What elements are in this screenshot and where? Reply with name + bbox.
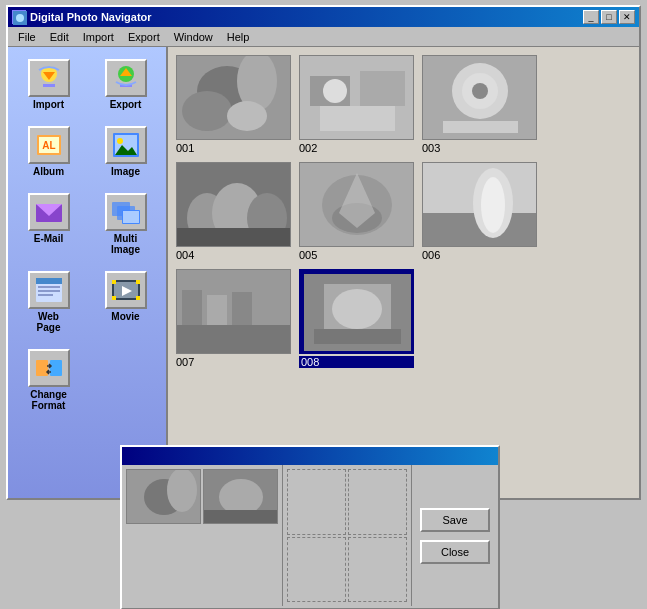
svg-text:AL: AL (42, 140, 55, 151)
svg-rect-68 (207, 295, 227, 325)
dialog-window: Save Close (120, 445, 500, 609)
photo-item-002[interactable]: 002 (299, 55, 414, 154)
title-buttons: _ □ ✕ (583, 10, 635, 24)
photo-label-005: 005 (299, 249, 414, 261)
photo-007-image (177, 270, 291, 354)
email-label: E-Mail (34, 233, 63, 244)
dialog-thumb-2-image (204, 470, 278, 524)
svg-point-50 (472, 83, 488, 99)
sidebar-album-button[interactable]: AL Album (12, 120, 85, 183)
menu-item-file[interactable]: File (12, 30, 42, 44)
sidebar-changeformat-button[interactable]: Change Format (12, 343, 85, 417)
changeformat-icon-box (28, 349, 70, 387)
svg-rect-25 (38, 286, 60, 288)
dialog-grid (283, 465, 412, 606)
photo-item-003[interactable]: 003 (422, 55, 537, 154)
main-area: Import Export (8, 47, 639, 498)
svg-rect-56 (177, 228, 291, 247)
sidebar-multiimage-button[interactable]: Multi Image (89, 187, 162, 261)
sidebar-export-button[interactable]: Export (89, 53, 162, 116)
sidebar-webpage-button[interactable]: Web Page (12, 265, 85, 339)
svg-point-46 (323, 79, 347, 103)
maximize-button[interactable]: □ (601, 10, 617, 24)
title-bar-left: Digital Photo Navigator (12, 10, 152, 24)
webpage-icon (33, 274, 65, 306)
dialog-thumbnails (122, 465, 283, 606)
menu-item-export[interactable]: Export (122, 30, 166, 44)
album-icon-box: AL (28, 126, 70, 164)
photo-label-008: 008 (299, 356, 414, 368)
menu-item-help[interactable]: Help (221, 30, 256, 44)
album-label: Album (33, 166, 64, 177)
menu-item-import[interactable]: Import (77, 30, 120, 44)
svg-rect-33 (136, 296, 140, 300)
svg-rect-27 (38, 294, 53, 296)
image-label: Image (111, 166, 140, 177)
dialog-thumb-2 (203, 469, 278, 524)
sidebar: Import Export (8, 47, 168, 498)
webpage-label: Web Page (37, 311, 61, 333)
menu-item-window[interactable]: Window (168, 30, 219, 44)
import-icon-box (28, 59, 70, 97)
dialog-content: Save Close (122, 465, 498, 606)
svg-rect-66 (177, 325, 291, 354)
photo-frame-003 (422, 55, 537, 140)
save-button[interactable]: Save (420, 508, 490, 532)
svg-rect-32 (112, 296, 116, 300)
dialog-thumb-1-image (127, 470, 201, 524)
sidebar-email-button[interactable]: E-Mail (12, 187, 85, 261)
multiimage-label: Multi Image (111, 233, 140, 255)
photo-item-008[interactable]: 008 (299, 269, 414, 368)
photo-label-007: 007 (176, 356, 291, 368)
svg-rect-26 (38, 290, 60, 292)
image-icon-box (105, 126, 147, 164)
app-icon (12, 10, 26, 24)
close-button[interactable]: Close (420, 540, 490, 564)
svg-point-79 (219, 479, 263, 515)
sidebar-movie-button[interactable]: Movie (89, 265, 162, 339)
photo-004-image (177, 163, 291, 247)
photo-frame-006 (422, 162, 537, 247)
menu-item-edit[interactable]: Edit (44, 30, 75, 44)
movie-icon-box (105, 271, 147, 309)
menu-bar: FileEditImportExportWindowHelp (8, 27, 639, 47)
changeformat-icon (33, 352, 65, 384)
photo-label-006: 006 (422, 249, 537, 261)
dialog-grid-cell-1 (287, 469, 346, 535)
photo-frame-004 (176, 162, 291, 247)
photo-item-004[interactable]: 004 (176, 162, 291, 261)
window-title: Digital Photo Navigator (30, 11, 152, 23)
svg-rect-22 (123, 211, 139, 223)
close-button[interactable]: ✕ (619, 10, 635, 24)
svg-point-14 (117, 138, 123, 144)
photo-frame-007 (176, 269, 291, 354)
svg-point-73 (332, 289, 382, 329)
photo-label-004: 004 (176, 249, 291, 261)
photo-item-006[interactable]: 006 (422, 162, 537, 261)
photo-frame-001 (176, 55, 291, 140)
svg-point-77 (167, 470, 197, 512)
svg-rect-35 (36, 360, 48, 376)
photo-item-005[interactable]: 005 (299, 162, 414, 261)
svg-point-1 (16, 14, 24, 22)
minimize-button[interactable]: _ (583, 10, 599, 24)
svg-point-40 (182, 91, 232, 131)
photo-008-image (304, 274, 411, 353)
photo-001-image (177, 56, 291, 140)
photo-006-image (423, 163, 537, 247)
photo-item-001[interactable]: 001 (176, 55, 291, 154)
dialog-grid-cell-2 (348, 469, 407, 535)
svg-rect-30 (112, 280, 116, 284)
photo-frame-002 (299, 55, 414, 140)
sidebar-image-button[interactable]: Image (89, 120, 162, 183)
image-icon (110, 129, 142, 161)
movie-icon (110, 274, 142, 306)
svg-rect-4 (43, 84, 55, 87)
sidebar-import-button[interactable]: Import (12, 53, 85, 116)
photo-item-007[interactable]: 007 (176, 269, 291, 368)
import-label: Import (33, 99, 64, 110)
photo-002-image (300, 56, 414, 140)
svg-point-41 (227, 101, 267, 131)
photo-grid: 001 002 (168, 47, 639, 498)
svg-rect-31 (136, 280, 140, 284)
